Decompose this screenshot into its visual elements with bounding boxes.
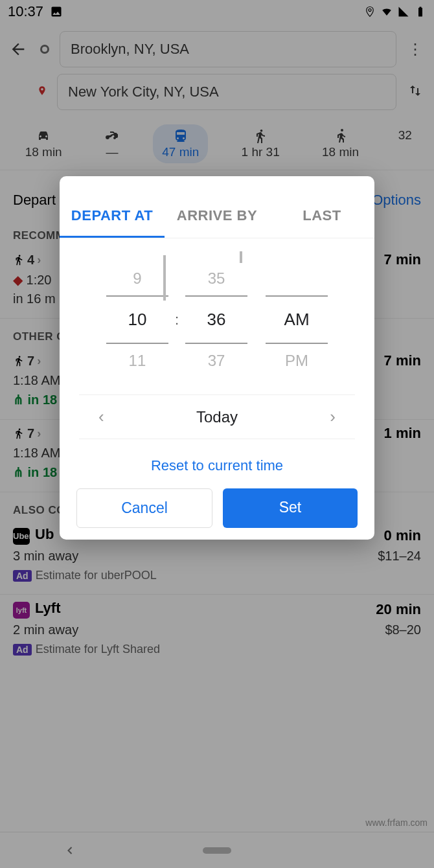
set-button[interactable]: Set bbox=[223, 488, 358, 528]
cancel-button[interactable]: Cancel bbox=[76, 488, 212, 528]
time-colon: : bbox=[175, 312, 179, 328]
minute-next: 37 bbox=[185, 344, 247, 378]
date-label[interactable]: Today bbox=[196, 408, 238, 426]
reset-time-button[interactable]: Reset to current time bbox=[60, 439, 374, 488]
hour-prev: 9 bbox=[106, 262, 168, 295]
ampm-column[interactable]: . AM PM bbox=[266, 262, 328, 378]
date-prev-icon[interactable]: ‹ bbox=[98, 407, 104, 427]
dialog-tabs: DEPART AT ARRIVE BY LAST bbox=[60, 176, 374, 238]
tab-last[interactable]: LAST bbox=[269, 194, 374, 238]
minute-prev: 35 bbox=[185, 262, 247, 295]
minute-column[interactable]: 35 36 37 bbox=[185, 262, 247, 378]
hour-next: 11 bbox=[106, 344, 168, 378]
time-picker: 9 10 11 : 35 36 37 . AM PM bbox=[60, 238, 374, 394]
ampm-next: PM bbox=[266, 344, 328, 378]
ampm-selected: AM bbox=[266, 297, 328, 343]
hour-column[interactable]: 9 10 11 bbox=[106, 262, 168, 378]
hour-selected: 10 bbox=[106, 297, 168, 343]
date-next-icon[interactable]: › bbox=[330, 407, 336, 427]
minute-selected: 36 bbox=[185, 297, 247, 343]
tab-depart-at[interactable]: DEPART AT bbox=[60, 194, 165, 238]
picker-tick bbox=[163, 255, 166, 301]
picker-tick bbox=[240, 251, 242, 263]
tab-arrive-by[interactable]: ARRIVE BY bbox=[165, 194, 269, 238]
time-picker-dialog: DEPART AT ARRIVE BY LAST 9 10 11 : 35 36… bbox=[60, 176, 374, 540]
date-picker-row: ‹ Today › bbox=[79, 394, 355, 439]
